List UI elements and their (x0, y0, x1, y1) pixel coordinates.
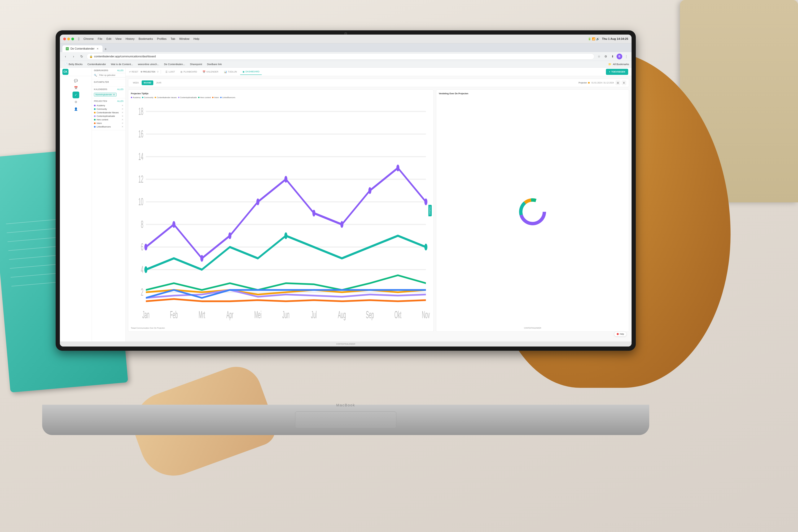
tab-lijist[interactable]: ☰ LIJIST (163, 69, 177, 75)
laptop-base: MacBook (42, 405, 649, 435)
svg-text:Feb: Feb (170, 309, 178, 320)
tab-close-button[interactable]: ✕ (96, 47, 99, 50)
sidebar-icon-calendar[interactable]: 📅 (73, 84, 79, 91)
menubar-chrome[interactable]: Chrome (83, 37, 94, 41)
project-dot (94, 119, 96, 120)
projecten-action[interactable]: ALLES (117, 100, 124, 102)
reset-icon: ↺ (129, 71, 131, 73)
new-tab-button[interactable]: + (102, 46, 109, 52)
sidebar-icon-settings[interactable]: ⚙ (73, 99, 79, 106)
menubar-edit[interactable]: Edit (107, 37, 111, 41)
bookmark-wat-is[interactable]: Wat is de Content... (109, 62, 135, 66)
sidebar-icon-messages[interactable]: 💬 (73, 77, 79, 84)
project-remove-button[interactable]: ✕ (121, 118, 124, 121)
filter-icon[interactable]: ▽ (157, 71, 158, 73)
address-bar[interactable]: 🔒 contentkalender.app/communications/das… (87, 54, 594, 59)
bookmarks-folder[interactable]: 📁 All Bookmarks (608, 63, 629, 66)
sidebar-icon-user[interactable]: 👤 (73, 106, 79, 112)
period-tab-maand[interactable]: MAAND (142, 80, 153, 85)
project-filter-text: Projecten (578, 82, 587, 84)
download-icon[interactable]: ⬇ (610, 54, 615, 59)
gebruikers-filter-row: 🔍 (94, 73, 124, 77)
datumfilter-header: DATUMFILTER (94, 81, 124, 83)
forward-button[interactable]: › (71, 54, 77, 59)
extensions-icon[interactable]: ⚙ (603, 54, 608, 59)
menubar:  Chrome File Edit View History Bookmark… (60, 35, 631, 43)
legend-item: Contentkalender nieuws (155, 96, 176, 98)
legend-label: Intern (214, 96, 219, 98)
chart-legend: Academy Community Contentkalender nieuws… (131, 96, 431, 98)
project-list-item: Intern ✕ (94, 121, 124, 125)
svg-text:6: 6 (141, 241, 143, 252)
kalenders-action[interactable]: ALLES (117, 88, 124, 91)
period-tab-jaar[interactable]: JAAR (154, 80, 164, 85)
ck-logo[interactable]: CK (62, 69, 69, 75)
bookmark-betty-blocks[interactable]: 📄 Betty Blocks (62, 62, 85, 66)
bookmark-weeonline[interactable]: weeonline utrech... (136, 62, 161, 66)
feedback-button[interactable]: Feedback (428, 205, 432, 216)
legend-dot (178, 97, 179, 98)
tab-tijdlijn[interactable]: 📊 TIJDLIJN (222, 69, 239, 75)
plus-icon: + (609, 71, 610, 73)
period-tab-week[interactable]: WEEK (131, 80, 141, 85)
legend-item: Academy (131, 96, 141, 98)
bookmark-sharepoint[interactable]: Sharepoint (188, 62, 204, 66)
expand-icon[interactable]: ⊞ (615, 80, 620, 85)
menubar-bookmarks[interactable]: Bookmarks (139, 37, 153, 41)
dashboard-icon: ◉ (243, 70, 245, 73)
project-list-item: Hero content ✕ (94, 118, 124, 121)
reload-button[interactable]: ↻ (79, 54, 85, 59)
kalender-icon: 📅 (203, 71, 205, 73)
gebruikers-search-input[interactable] (98, 73, 126, 77)
tab-dashboard[interactable]: ◉ DASHBOARD (240, 69, 262, 75)
reset-label[interactable]: RESET (132, 71, 138, 73)
tijdlijn-icon: 📊 (224, 71, 227, 73)
apple-menu[interactable]:  (78, 37, 79, 41)
project-remove-button[interactable]: ✕ (121, 122, 124, 125)
help-button[interactable]: Help (614, 332, 627, 336)
project-remove-button[interactable]: ✕ (121, 111, 124, 114)
menubar-file[interactable]: File (98, 37, 102, 41)
bookmark-contentkalender[interactable]: Contentkalender (86, 62, 108, 66)
secondary-chart-body (439, 96, 626, 327)
gebruikers-action[interactable]: ALLES (117, 69, 124, 72)
minimize-button[interactable] (67, 38, 70, 40)
project-name: Hero content (97, 118, 120, 121)
menubar-icons: 🔋 📶 🔊 (588, 37, 600, 40)
legend-label: Hero content (200, 96, 211, 98)
secondary-chart-label: CONTENTKALENDER (439, 327, 626, 329)
toevoegen-button[interactable]: + TOEVOEGEN (606, 69, 628, 75)
project-remove-button[interactable]: ✕ (121, 126, 124, 128)
bookmark-de-contentkalen[interactable]: De Contentkalen... (162, 62, 187, 66)
tag-remove-button[interactable]: ✕ (113, 93, 115, 96)
maximize-button[interactable] (71, 38, 74, 40)
project-remove-button[interactable]: ✕ (121, 108, 124, 110)
back-button[interactable]: ‹ (62, 54, 69, 59)
menubar-history[interactable]: History (126, 37, 135, 41)
svg-text:14: 14 (138, 151, 143, 162)
download-chart-icon[interactable]: ⬇ (622, 80, 626, 85)
project-name: Academy (97, 104, 120, 107)
sidebar-icon-check[interactable]: ✓ (73, 92, 79, 98)
project-remove-button[interactable]: ✕ (121, 115, 124, 117)
chrome-menu-button[interactable]: ⋮ (624, 54, 629, 59)
profile-button[interactable]: B (616, 54, 622, 59)
svg-text:Jan: Jan (142, 309, 149, 320)
menubar-tab[interactable]: Tab (171, 37, 175, 41)
kalender-label: KALENDER (206, 71, 218, 73)
bookmark-deelbare-link[interactable]: Deelbare link (205, 62, 224, 66)
bookmark-star-icon[interactable]: ☆ (596, 54, 602, 59)
tab-kalender[interactable]: 📅 KALENDER (200, 69, 221, 75)
menubar-view[interactable]: View (115, 37, 121, 41)
chrome-window: CK De Contentkalender ✕ + ‹ › ↻ 🔒 conten… (60, 43, 631, 346)
menubar-window[interactable]: Window (179, 37, 189, 41)
svg-point-29 (144, 244, 147, 250)
project-filter[interactable]: Projecten (578, 82, 590, 84)
chrome-tab-active[interactable]: CK De Contentkalender ✕ (62, 45, 102, 52)
menubar-profiles[interactable]: Profiles (157, 37, 167, 41)
menubar-help[interactable]: Help (193, 37, 200, 41)
project-remove-button[interactable]: ✕ (121, 104, 124, 107)
trackpad[interactable] (295, 412, 396, 428)
tab-planboard[interactable]: ⊞ PLANBOARD (178, 69, 200, 75)
close-button[interactable] (63, 38, 66, 40)
